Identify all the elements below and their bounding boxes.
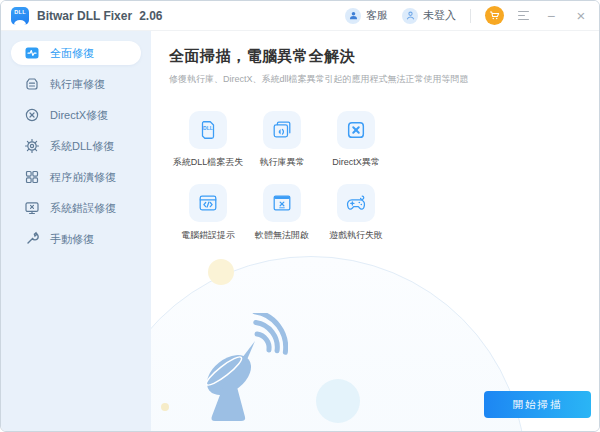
sidebar-item-label: 系統錯誤修復 — [50, 201, 116, 216]
issue-grid: DLL 系統DLL檔案丟失 執行庫異常 DirectX異常 — [171, 111, 599, 242]
gamepad-icon — [337, 184, 375, 222]
issue-label: 電腦錯誤提示 — [181, 229, 235, 242]
sidebar-item-crash-repair[interactable]: 程序崩潰修復 — [11, 165, 141, 189]
yellow-circle-decoration — [208, 259, 234, 285]
support-label: 客服 — [366, 8, 388, 23]
login-label: 未登入 — [423, 8, 456, 23]
yellow-dot-decoration — [161, 403, 169, 411]
circle-x-icon — [24, 107, 40, 123]
login-button[interactable]: 未登入 — [402, 8, 456, 24]
close-button[interactable]: × — [573, 8, 589, 24]
issue-label: 系統DLL檔案丟失 — [173, 156, 244, 169]
titlebar-divider — [470, 9, 471, 23]
issue-runtime-abnormal: 執行庫異常 — [245, 111, 319, 169]
app-logo-icon: DLL — [11, 7, 29, 25]
sidebar-item-full-repair[interactable]: 全面修復 — [11, 41, 141, 65]
app-version: 2.06 — [139, 9, 162, 23]
satellite-dish-illustration — [193, 313, 288, 431]
runtime-box-icon — [24, 76, 40, 92]
svg-text:DLL: DLL — [203, 125, 213, 131]
blue-circle-decoration — [316, 379, 360, 423]
issue-game-fail: 遊戲執行失敗 — [319, 184, 393, 242]
sidebar-item-runtime-repair[interactable]: 執行庫修復 — [11, 72, 141, 96]
wrench-icon — [24, 231, 40, 247]
grid-squares-icon — [24, 169, 40, 185]
main-panel: 全面掃描，電腦異常全解決 修復執行庫、DirectX、系統dll檔案異常引起的應… — [151, 31, 599, 431]
page-title: 全面掃描，電腦異常全解決 — [169, 47, 599, 66]
app-title: Bitwar DLL Fixer — [37, 9, 132, 23]
minimize-button[interactable]: − — [543, 8, 559, 24]
sidebar-item-label: 系統DLL修復 — [50, 139, 114, 154]
sidebar-item-directx-repair[interactable]: DirectX修復 — [11, 103, 141, 127]
support-person-icon — [345, 8, 361, 24]
sidebar-item-label: 執行庫修復 — [50, 77, 105, 92]
app-window: DLL Bitwar DLL Fixer 2.06 客服 未登入 — [0, 0, 600, 432]
issue-label: 軟體無法開啟 — [255, 229, 309, 242]
issue-directx-abnormal: DirectX異常 — [319, 111, 393, 169]
sidebar-item-label: 全面修復 — [50, 46, 94, 61]
sidebar-item-label: 程序崩潰修復 — [50, 170, 116, 185]
monitor-pulse-icon — [24, 45, 40, 61]
sidebar-item-system-dll-repair[interactable]: 系統DLL修復 — [11, 134, 141, 158]
issue-label: 執行庫異常 — [260, 156, 305, 169]
issue-label: 遊戲執行失敗 — [329, 229, 383, 242]
sidebar-item-label: DirectX修復 — [50, 108, 108, 123]
user-person-icon — [402, 8, 418, 24]
dll-file-icon: DLL — [189, 111, 227, 149]
support-button[interactable]: 客服 — [345, 8, 388, 24]
sidebar-item-manual-repair[interactable]: 手動修復 — [11, 227, 141, 251]
sidebar-item-label: 手動修復 — [50, 232, 94, 247]
sidebar: 全面修復 執行庫修復 DirectX修復 系統DLL修復 程序崩潰修復 系統錯誤 — [1, 31, 151, 431]
error-window-icon — [263, 184, 301, 222]
page-subtitle: 修復執行庫、DirectX、系統dll檔案異常引起的應用程式無法正常使用等問題 — [169, 73, 599, 86]
cart-button[interactable] — [485, 6, 504, 25]
menu-button[interactable] — [518, 11, 529, 21]
runtime-card-icon — [263, 111, 301, 149]
issue-dll-missing: DLL 系統DLL檔案丟失 — [171, 111, 245, 169]
sidebar-item-system-error-repair[interactable]: 系統錯誤修復 — [11, 196, 141, 220]
gear-icon — [24, 138, 40, 154]
app-logo-text: DLL — [11, 9, 29, 15]
issue-label: DirectX異常 — [332, 156, 380, 169]
issue-error-prompt: 電腦錯誤提示 — [171, 184, 245, 242]
start-scan-button[interactable]: 開始掃描 — [484, 391, 591, 418]
x-square-icon — [337, 111, 375, 149]
issue-app-wont-open: 軟體無法開啟 — [245, 184, 319, 242]
cart-icon — [489, 10, 500, 21]
monitor-x-icon — [24, 200, 40, 216]
code-window-icon — [189, 184, 227, 222]
titlebar: DLL Bitwar DLL Fixer 2.06 客服 未登入 — [1, 1, 599, 31]
